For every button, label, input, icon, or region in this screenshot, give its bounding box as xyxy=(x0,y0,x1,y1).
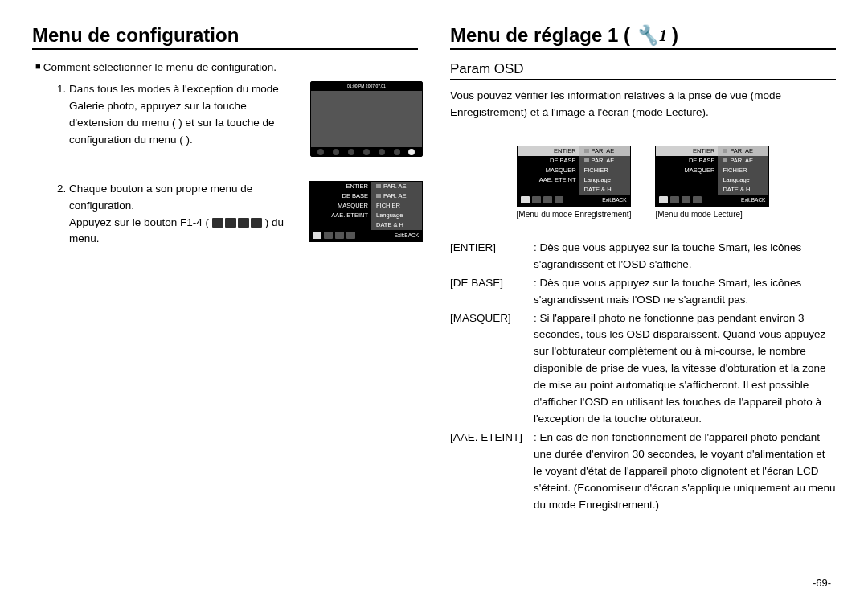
menu-recording: ENTIERPAR. AE DE BASEPAR. AE MASQUERFICH… xyxy=(517,146,632,219)
def-text: Dès que vous appuyez sur la touche Smart… xyxy=(530,240,836,273)
def-term: [MASQUER] xyxy=(450,310,530,428)
camera-icon xyxy=(723,149,727,153)
two-menu-row: ENTIERPAR. AE DE BASEPAR. AE MASQUERFICH… xyxy=(450,146,836,219)
menu-recording-caption: [Menu du mode Enregistrement] xyxy=(517,210,632,219)
step-2-text-b: Appuyez sur le bouton F1-4 ( xyxy=(69,216,209,228)
def-term: [ENTIER] xyxy=(450,240,530,273)
left-heading: Menu de configuration xyxy=(32,24,418,47)
def-term: [DE BASE] xyxy=(450,275,530,309)
camera-icon xyxy=(376,184,381,188)
step-1: Dans tous les modes à l'exception du mod… xyxy=(69,81,286,149)
camera-icon xyxy=(584,149,589,153)
camera-preview-thumb: 01:00 PM 2007.07.01 xyxy=(310,81,423,157)
page-number: -69- xyxy=(813,577,831,589)
thumb-strip xyxy=(311,147,422,156)
def-text: Si l'appareil photo ne fonctionne pas pe… xyxy=(530,310,836,428)
menu-playback-caption: [Menu du mode Lecture] xyxy=(655,210,769,219)
step-2-text-a: Chaque bouton a son propre menu de confi… xyxy=(69,183,252,212)
step-2: Chaque bouton a son propre menu de confi… xyxy=(69,181,286,249)
step-1-text: Dans tous les modes à l'exception du mod… xyxy=(69,83,279,146)
def-term: [AAE. ETEINT] xyxy=(450,429,530,514)
right-subheading: Param OSD xyxy=(450,61,836,77)
wrench-1-icon: 🔧1 xyxy=(635,24,667,47)
right-heading: Menu de réglage 1 ( 🔧1 ) xyxy=(450,24,836,47)
def-text: En cas de non fonctionnement de l'appare… xyxy=(530,429,836,514)
right-rule xyxy=(450,48,836,50)
def-text: Dès que vous appuyez sur la touche Smart… xyxy=(530,275,836,309)
menu-playback: ENTIERPAR. AE DE BASEPAR. AE MASQUERFICH… xyxy=(655,146,769,219)
steps-list: Dans tous les modes à l'exception du mod… xyxy=(32,81,418,248)
left-intro: Comment sélectionner le menu de configur… xyxy=(35,61,418,73)
right-desc: Vous pouvez vérifier les information rel… xyxy=(450,88,836,121)
camera-icon xyxy=(723,158,727,162)
f1-4-icons xyxy=(212,218,262,228)
right-subrule xyxy=(450,79,836,80)
left-column: Menu de configuration Comment sélectionn… xyxy=(32,24,418,516)
right-column: Menu de réglage 1 ( 🔧1 ) Param OSD Vous … xyxy=(450,24,836,516)
camera-icon xyxy=(376,194,381,198)
menu-box-left: ENTIERPAR. AE DE BASEPAR. AE MASQUERFICH… xyxy=(309,181,423,242)
definitions: [ENTIER]Dès que vous appuyez sur la touc… xyxy=(450,240,836,514)
camera-icon xyxy=(584,158,589,162)
thumb-timebar: 01:00 PM 2007.07.01 xyxy=(311,82,422,91)
left-rule xyxy=(32,48,418,50)
